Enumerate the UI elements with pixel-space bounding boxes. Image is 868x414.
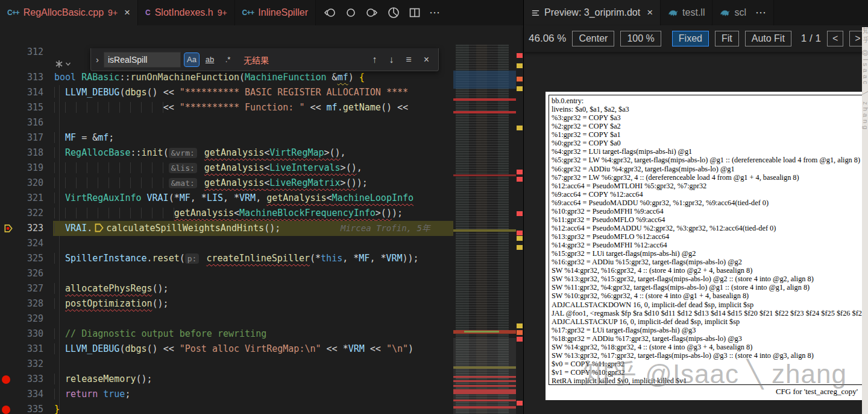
- line-number[interactable]: 319: [16, 161, 43, 176]
- navigate-dot-icon[interactable]: [345, 7, 357, 19]
- code-line-328[interactable]: 328 postOptimization();: [0, 296, 453, 311]
- code-editor[interactable]: 312313bool RABasic::runOnMachineFunction…: [0, 29, 523, 414]
- line-number[interactable]: 320: [16, 176, 43, 191]
- center-button[interactable]: Center: [572, 31, 614, 46]
- run-graph-icon[interactable]: [387, 6, 400, 19]
- gutter-marker[interactable]: [2, 251, 15, 266]
- dot-preview-canvas[interactable]: bb.0.entry:liveins: $a0, $a1, $a2, $a3%3…: [523, 52, 868, 414]
- tab-test-ll[interactable]: test.ll: [661, 0, 712, 25]
- tab-scl[interactable]: scl ⋯: [712, 0, 774, 25]
- match-case-button[interactable]: Aa: [184, 53, 199, 66]
- fixed-button[interactable]: Fixed: [672, 31, 709, 46]
- code-line-331[interactable]: 331 LLVM_DEBUG(dbgs() << "Post alloc Vir…: [0, 342, 453, 357]
- code-line-313[interactable]: 313bool RABasic::runOnMachineFunction(Ma…: [0, 70, 453, 85]
- line-number[interactable]: 324: [16, 236, 43, 251]
- gutter-marker[interactable]: [2, 326, 15, 342]
- line-number[interactable]: 326: [16, 266, 43, 281]
- gutter-marker[interactable]: [2, 221, 15, 236]
- line-number[interactable]: 332: [16, 357, 43, 372]
- code-line-334[interactable]: 334 return true;: [0, 387, 453, 402]
- gutter-marker[interactable]: [2, 130, 15, 145]
- code-line-315[interactable]: 315 << "********** Function: " << mf.get…: [0, 100, 453, 115]
- code-line-321[interactable]: 321 VirtRegAuxInfo VRAI(*MF, *LIS, *VRM,…: [0, 191, 453, 206]
- gutter-marker[interactable]: [2, 115, 15, 130]
- gutter-marker[interactable]: [2, 402, 15, 414]
- line-number[interactable]: 321: [16, 191, 43, 206]
- line-number[interactable]: 317: [16, 130, 43, 145]
- gutter-marker[interactable]: [2, 266, 15, 281]
- gutter-marker[interactable]: [2, 100, 15, 115]
- navigate-back-icon[interactable]: [323, 6, 336, 19]
- ai-assistant-icon[interactable]: [54, 59, 71, 69]
- code-line-323[interactable]: 323 VRAI.calculateSpillWeightsAndHints()…: [0, 221, 453, 236]
- code-line-327[interactable]: 327 allocatePhysRegs();: [0, 281, 453, 296]
- close-icon[interactable]: ×: [420, 54, 433, 65]
- gutter-marker[interactable]: [2, 311, 15, 326]
- line-number[interactable]: 312: [16, 45, 43, 60]
- auto-fit-button[interactable]: Auto Fit: [745, 31, 791, 46]
- gutter-marker[interactable]: [2, 387, 15, 402]
- gutter-marker[interactable]: [2, 372, 15, 387]
- tab-regallocbasic[interactable]: C++ RegAllocBasic.cpp 9+ ×: [0, 0, 138, 25]
- line-number[interactable]: 318: [16, 145, 43, 161]
- gutter-marker[interactable]: [2, 145, 15, 161]
- line-number[interactable]: 331: [16, 342, 43, 357]
- line-number[interactable]: 313: [16, 70, 43, 85]
- gutter-marker[interactable]: [2, 45, 15, 60]
- gutter-marker[interactable]: [2, 191, 15, 206]
- line-number[interactable]: 328: [16, 296, 43, 311]
- gutter-marker[interactable]: [2, 342, 15, 357]
- code-line-314[interactable]: 314 LLVM_DEBUG(dbgs() << "********** BAS…: [0, 85, 453, 100]
- fit-button[interactable]: Fit: [715, 31, 739, 46]
- gutter-marker[interactable]: [2, 281, 15, 296]
- line-number[interactable]: 329: [16, 311, 43, 326]
- line-number[interactable]: 316: [16, 115, 43, 130]
- gutter-marker[interactable]: [2, 85, 15, 100]
- tab-preview-dot[interactable]: Preview: 3_oriprim.dot ×: [524, 0, 661, 25]
- breakpoint-icon[interactable]: [2, 375, 10, 384]
- find-input[interactable]: [104, 52, 181, 68]
- line-number[interactable]: 334: [16, 387, 43, 402]
- line-number[interactable]: 330: [16, 326, 43, 342]
- code-line-322[interactable]: 322 getAnalysis<MachineBlockFrequencyInf…: [0, 206, 453, 221]
- code-line-325[interactable]: 325 SpillerInstance.reset(p: createInlin…: [0, 251, 453, 266]
- code-line-317[interactable]: 317 MF = &mf;: [0, 130, 453, 145]
- line-number[interactable]: 327: [16, 281, 43, 296]
- previous-match-icon[interactable]: ↑: [368, 54, 381, 65]
- split-editor-icon[interactable]: [409, 7, 421, 19]
- code-line-316[interactable]: 316: [0, 115, 453, 130]
- gutter-marker[interactable]: [2, 206, 15, 221]
- line-number[interactable]: 335: [16, 402, 43, 414]
- line-number[interactable]: 314: [16, 85, 43, 100]
- line-number[interactable]: 322: [16, 206, 43, 221]
- minimap[interactable]: [453, 45, 516, 414]
- find-in-selection-icon[interactable]: ≡: [401, 54, 415, 65]
- code-line-324[interactable]: 324: [0, 236, 453, 251]
- more-actions-icon[interactable]: ⋯: [429, 6, 440, 19]
- code-line-335[interactable]: 335}: [0, 402, 453, 414]
- line-number[interactable]: 333: [16, 372, 43, 387]
- more-tabs-icon[interactable]: ⋯: [755, 6, 766, 19]
- code-line-319[interactable]: 319 &lis: getAnalysis<LiveIntervals>(),: [0, 161, 453, 176]
- code-line-326[interactable]: 326: [0, 266, 453, 281]
- line-number[interactable]: 315: [16, 100, 43, 115]
- code-line-320[interactable]: 320 &mat: getAnalysis<LiveRegMatrix>());: [0, 176, 453, 191]
- gutter-marker[interactable]: [2, 296, 15, 311]
- previous-page-button[interactable]: <: [827, 31, 843, 46]
- close-icon[interactable]: ×: [647, 7, 653, 19]
- gutter-marker[interactable]: [2, 70, 15, 85]
- code-line-330[interactable]: 330 // Diagnostic output before rewritin…: [0, 326, 453, 342]
- gutter-marker[interactable]: [2, 176, 15, 191]
- code-line-329[interactable]: 329: [0, 311, 453, 326]
- breakpoint-icon[interactable]: [2, 406, 10, 414]
- code-line-318[interactable]: 318 RegAllocBase::init(&vrm: getAnalysis…: [0, 145, 453, 161]
- gutter-marker[interactable]: [2, 161, 15, 176]
- code-line-333[interactable]: 333 releaseMemory();: [0, 372, 453, 387]
- navigate-forward-icon[interactable]: [365, 6, 379, 19]
- code-line-332[interactable]: 332: [0, 357, 453, 372]
- line-number[interactable]: 325: [16, 251, 43, 266]
- tab-slotindexes[interactable]: C SlotIndexes.h 9+: [138, 0, 235, 25]
- gutter-marker[interactable]: [2, 357, 15, 372]
- gutter-marker[interactable]: [2, 236, 15, 251]
- minimap-slider[interactable]: [453, 338, 516, 414]
